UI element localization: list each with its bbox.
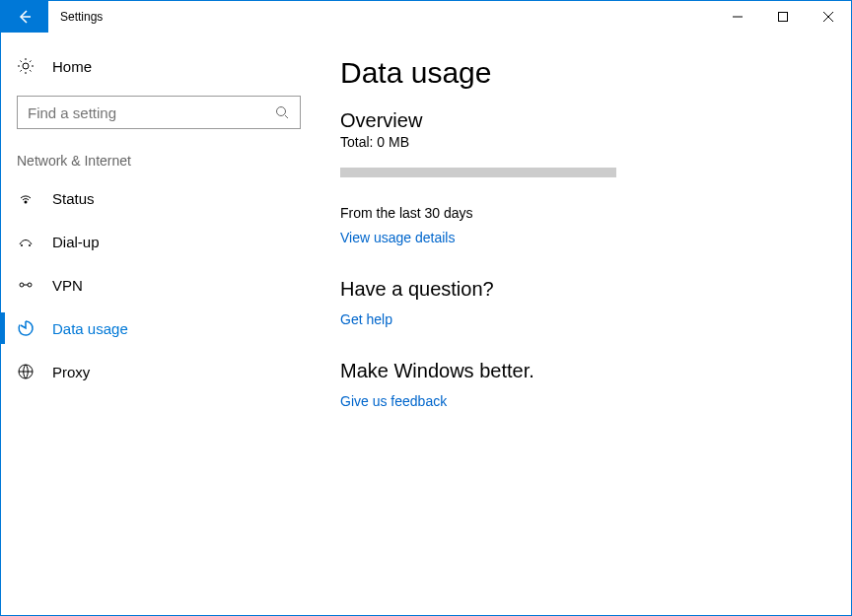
usage-bar (340, 168, 616, 177)
dialup-icon (17, 233, 35, 250)
status-icon (17, 189, 35, 207)
view-details-link[interactable]: View usage details (340, 230, 455, 245)
sidebar-item-label: Data usage (52, 320, 128, 337)
svg-point-2 (277, 107, 286, 116)
titlebar: Settings (1, 1, 851, 33)
sidebar-item-label: VPN (52, 277, 83, 294)
sidebar-item-status[interactable]: Status (1, 176, 317, 220)
svg-point-5 (29, 244, 31, 246)
sidebar-home-label: Home (52, 58, 92, 75)
page-title: Data usage (340, 56, 827, 90)
minimize-button[interactable] (715, 1, 760, 33)
maximize-button[interactable] (760, 1, 806, 33)
sidebar-item-data-usage[interactable]: Data usage (1, 307, 317, 350)
total-label: Total: 0 MB (340, 134, 827, 150)
svg-rect-0 (779, 13, 788, 22)
search-box (17, 96, 301, 129)
feedback-link[interactable]: Give us feedback (340, 393, 447, 409)
sidebar-item-label: Status (52, 190, 95, 207)
svg-point-4 (21, 244, 23, 246)
sidebar: Home Network & Internet Status Dial-up V… (1, 33, 317, 615)
vpn-icon (17, 276, 35, 294)
period-label: From the last 30 days (340, 205, 827, 221)
sidebar-item-dialup[interactable]: Dial-up (1, 220, 317, 263)
back-button[interactable] (1, 1, 48, 33)
sidebar-item-vpn[interactable]: VPN (1, 263, 317, 307)
sidebar-item-proxy[interactable]: Proxy (1, 350, 317, 393)
data-usage-icon (17, 319, 35, 337)
main-pane: Data usage Overview Total: 0 MB From the… (317, 33, 851, 615)
sidebar-item-label: Proxy (52, 364, 90, 380)
svg-point-3 (25, 201, 28, 204)
sidebar-item-label: Dial-up (52, 234, 100, 250)
svg-point-7 (28, 283, 32, 287)
svg-point-6 (20, 283, 24, 287)
window-title: Settings (48, 1, 114, 33)
close-icon (819, 8, 837, 26)
question-heading: Have a question? (340, 278, 827, 301)
get-help-link[interactable]: Get help (340, 311, 392, 327)
maximize-icon (774, 8, 792, 26)
close-button[interactable] (806, 1, 851, 33)
proxy-icon (17, 363, 35, 380)
sidebar-home[interactable]: Home (1, 44, 317, 88)
titlebar-drag[interactable] (114, 1, 715, 33)
sidebar-section-label: Network & Internet (1, 145, 317, 176)
minimize-icon (729, 8, 746, 26)
feedback-heading: Make Windows better. (340, 360, 827, 382)
search-icon (273, 103, 291, 121)
gear-icon (17, 57, 35, 75)
svg-point-1 (23, 63, 29, 69)
search-input[interactable] (17, 96, 301, 129)
arrow-left-icon (16, 8, 34, 26)
overview-heading: Overview (340, 109, 827, 132)
